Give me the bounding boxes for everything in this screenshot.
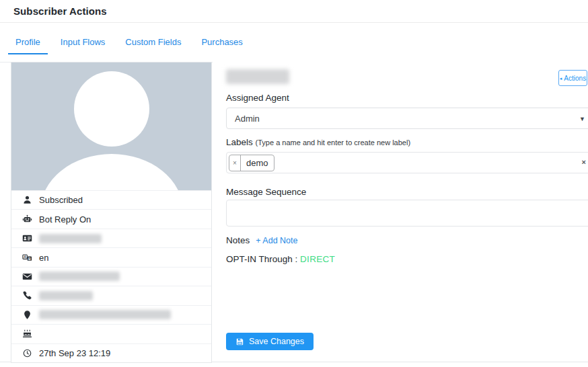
clear-labels-button[interactable]: × — [582, 159, 586, 166]
list-item-phone — [11, 286, 211, 304]
list-item-subscriber-id — [11, 229, 211, 247]
svg-text:B: B — [28, 256, 30, 260]
avatar-placeholder-shoulders — [40, 154, 183, 190]
caret-left-icon: ◂ — [560, 76, 562, 81]
avatar-placeholder-head — [74, 71, 149, 147]
labels-input[interactable]: × demo × — [226, 152, 588, 173]
tab-profile[interactable]: Profile — [8, 32, 48, 54]
page-title: Subscriber Actions — [13, 5, 107, 17]
tab-bar: Profile Input Flows Custom Fields Purcha… — [8, 32, 256, 54]
tab-purchases[interactable]: Purchases — [194, 32, 250, 54]
robot-icon — [22, 214, 32, 225]
details-panel: ◂ Actions Assigned Agent Admin ▼ Labels … — [213, 62, 588, 362]
person-icon — [22, 195, 32, 206]
clock-icon — [22, 348, 32, 358]
save-button-label: Save Changes — [249, 337, 304, 346]
notes-row: Notes + Add Note — [226, 235, 297, 245]
id-card-icon — [22, 233, 32, 244]
subscription-status-value: Subscribed — [39, 195, 83, 205]
assigned-agent-label: Assigned Agent — [226, 93, 289, 103]
assigned-agent-select[interactable]: Admin ▼ — [226, 108, 588, 129]
list-item-bot-reply: Bot Reply On — [11, 209, 211, 228]
actions-button[interactable]: ◂ Actions — [558, 70, 587, 86]
label-tag: × demo — [229, 155, 274, 171]
message-sequence-input[interactable] — [226, 200, 588, 227]
profile-card: Subscribed Bot Reply On AB en — [11, 62, 212, 363]
label-tag-text: demo — [241, 155, 274, 171]
tab-custom-fields[interactable]: Custom Fields — [118, 32, 188, 54]
bot-reply-status-value: Bot Reply On — [39, 214, 91, 225]
add-note-link[interactable]: + Add Note — [256, 236, 297, 245]
labels-hint: (Type a name and hit enter to create new… — [256, 138, 411, 147]
actions-button-label: Actions — [564, 75, 586, 82]
birthday-cake-icon — [22, 329, 32, 339]
list-item-location — [11, 305, 211, 324]
remove-tag-button[interactable]: × — [229, 155, 241, 171]
profile-attribute-list: Subscribed Bot Reply On AB en — [11, 190, 211, 362]
list-item-birthday — [11, 324, 211, 343]
language-value: en — [39, 253, 48, 263]
assigned-agent-value: Admin — [235, 114, 260, 124]
tab-input-flows[interactable]: Input Flows — [53, 32, 112, 54]
optin-label: OPT-IN Through : — [226, 254, 297, 264]
subscribed-date-value: 27th Sep 23 12:19 — [39, 348, 110, 358]
envelope-icon — [22, 271, 32, 282]
message-sequence-label: Message Sequence — [226, 187, 306, 197]
notes-label: Notes — [226, 235, 250, 245]
list-item-language: AB en — [11, 247, 211, 266]
chevron-down-icon: ▼ — [579, 116, 585, 122]
header-bar: Subscriber Actions — [0, 0, 588, 23]
optin-value: DIRECT — [300, 254, 335, 264]
save-changes-button[interactable]: Save Changes — [226, 333, 314, 350]
redacted-subscriber-id — [39, 234, 102, 243]
redacted-email — [39, 272, 120, 281]
avatar — [11, 63, 211, 190]
save-floppy-icon — [235, 337, 244, 346]
list-item-subscribed-date: 27th Sep 23 12:19 — [11, 343, 211, 362]
language-icon: AB — [22, 252, 32, 263]
redacted-phone — [39, 291, 93, 300]
optin-row: OPT-IN Through : DIRECT — [226, 254, 335, 264]
redacted-subscriber-name — [226, 69, 289, 84]
svg-text:A: A — [24, 255, 26, 259]
location-pin-icon — [22, 309, 32, 320]
subscriber-actions-screen: Subscriber Actions Profile Input Flows C… — [0, 0, 588, 367]
phone-icon — [22, 290, 32, 301]
list-item-subscription-status: Subscribed — [11, 190, 211, 209]
list-item-email — [11, 267, 211, 286]
redacted-location — [39, 310, 171, 319]
labels-label: Labels (Type a name and hit enter to cre… — [226, 137, 410, 147]
